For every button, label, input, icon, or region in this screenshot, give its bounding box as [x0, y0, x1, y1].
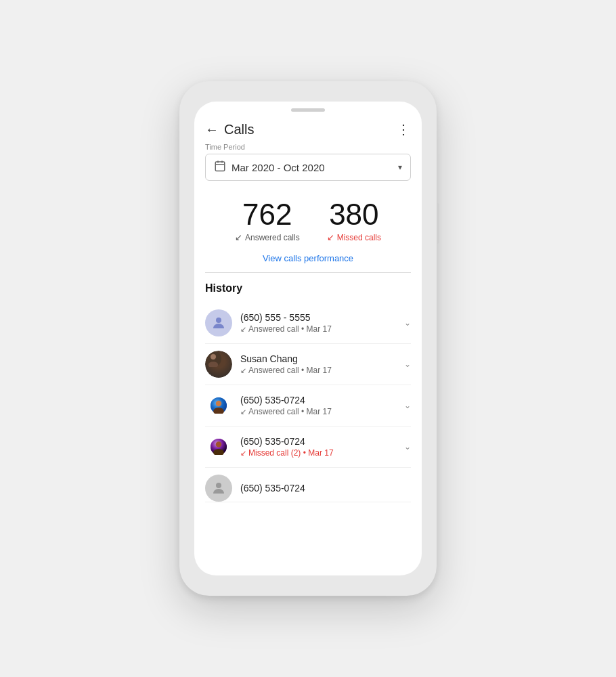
phone-frame: ← Calls ⋮ Time Period Mar 2020 - Oct 202… [179, 81, 437, 596]
call-name: (650) 535-0724 [240, 395, 404, 406]
svg-point-8 [211, 354, 215, 359]
view-performance-link[interactable]: View calls performance [263, 253, 353, 263]
call-item[interactable]: (650) 535-0724 ↙ Answered call • Mar 17 … [205, 385, 411, 427]
call-info: (650) 535-0724 ↙ Missed call (2) • Mar 1… [240, 436, 404, 458]
phone-screen: ← Calls ⋮ Time Period Mar 2020 - Oct 202… [194, 102, 422, 575]
avatar [205, 433, 232, 460]
avatar [205, 392, 232, 419]
expand-icon[interactable]: ⌄ [404, 359, 411, 369]
calendar-icon [214, 160, 226, 175]
expand-icon[interactable]: ⌄ [404, 442, 411, 452]
call-list: (650) 555 - 5555 ↙ Answered call • Mar 1… [205, 303, 411, 502]
missed-label: Missed calls [337, 233, 381, 242]
history-section: History (650) 555 - 5555 ↙ Answered call… [194, 273, 422, 575]
call-name: (650) 535-0724 [240, 436, 404, 447]
page-title: Calls [224, 122, 254, 137]
missed-call-icon: ↙ [327, 232, 334, 242]
call-info: (650) 555 - 5555 ↙ Answered call • Mar 1… [240, 312, 404, 334]
call-detail: Answered call • Mar 17 [248, 366, 332, 375]
answered-call-icon: ↙ [235, 232, 242, 242]
answered-label: Answered calls [245, 233, 300, 242]
avatar [205, 475, 232, 502]
back-button[interactable]: ← [205, 122, 219, 137]
call-info: (650) 535-0724 [240, 483, 411, 494]
call-name: (650) 555 - 5555 [240, 312, 404, 323]
svg-point-11 [216, 401, 221, 406]
call-detail: Missed call (2) • Mar 17 [248, 448, 334, 458]
stats-section: 762 ↙ Answered calls 380 ↙ Missed calls [194, 189, 422, 248]
call-item[interactable]: (650) 555 - 5555 ↙ Answered call • Mar 1… [205, 303, 411, 344]
answered-stat: 762 ↙ Answered calls [235, 200, 300, 242]
svg-point-15 [216, 441, 221, 447]
header-left: ← Calls [205, 122, 254, 137]
call-type-icon: ↙ [240, 366, 246, 375]
call-type-icon: ↙ [240, 449, 246, 458]
contact-avatar [205, 351, 232, 378]
svg-rect-0 [215, 162, 225, 171]
call-name: Susan Chang [240, 353, 404, 364]
svg-point-17 [216, 483, 221, 488]
expand-icon[interactable]: ⌄ [404, 401, 411, 410]
view-performance-section: View calls performance [194, 248, 422, 272]
call-type-icon: ↙ [240, 408, 246, 416]
call-item[interactable]: (650) 535-0724 ↙ Missed call (2) • Mar 1… [205, 427, 411, 468]
time-period-label: Time Period [205, 143, 411, 151]
time-period-section: Time Period Mar 2020 - Oct 2020 ▾ [194, 143, 422, 189]
more-options-icon[interactable]: ⋮ [397, 121, 411, 137]
expand-icon[interactable]: ⌄ [404, 318, 411, 328]
call-name: (650) 535-0724 [240, 483, 411, 494]
call-detail: Answered call • Mar 17 [248, 324, 332, 334]
call-item[interactable]: (650) 535-0724 [205, 468, 411, 502]
avatar [205, 309, 232, 336]
call-detail: Answered call • Mar 17 [248, 407, 332, 416]
time-period-value: Mar 2020 - Oct 2020 [232, 162, 398, 173]
call-info: (650) 535-0724 ↙ Answered call • Mar 17 [240, 395, 404, 416]
time-period-dropdown[interactable]: Mar 2020 - Oct 2020 ▾ [205, 154, 411, 181]
missed-count: 380 [327, 200, 381, 230]
answered-count: 762 [235, 200, 300, 230]
history-title: History [205, 282, 411, 294]
header: ← Calls ⋮ [194, 112, 422, 143]
svg-point-4 [216, 318, 221, 323]
avatar [205, 351, 232, 378]
dropdown-arrow-icon: ▾ [398, 162, 402, 172]
call-info: Susan Chang ↙ Answered call • Mar 17 [240, 353, 404, 375]
call-type-icon: ↙ [240, 325, 246, 334]
call-item[interactable]: Susan Chang ↙ Answered call • Mar 17 ⌄ [205, 344, 411, 385]
missed-stat: 380 ↙ Missed calls [327, 200, 381, 242]
